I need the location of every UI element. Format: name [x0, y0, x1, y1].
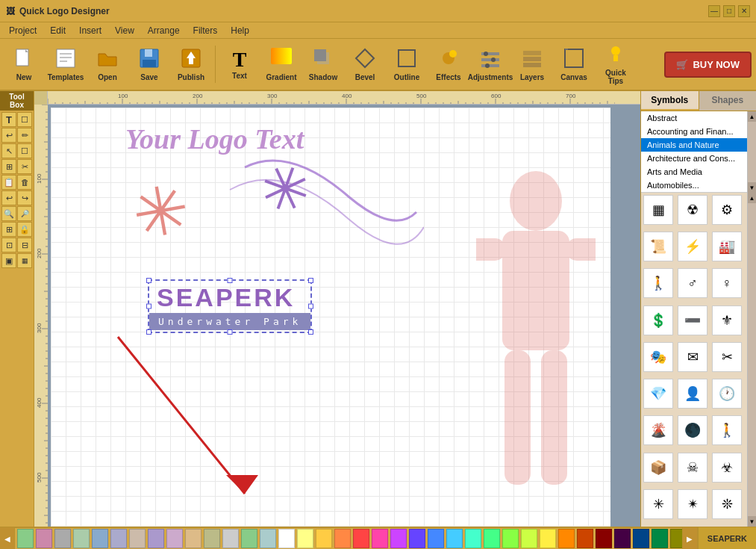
color-swatch[interactable] [241, 529, 257, 548]
tab-shapes[interactable]: Shapes [699, 91, 757, 111]
color-swatch[interactable] [409, 529, 425, 548]
delete-tool[interactable]: 🗑 [17, 175, 32, 190]
cat-animals[interactable]: Animals and Nature [641, 138, 747, 152]
color-swatch[interactable] [54, 529, 71, 548]
cat-accounting[interactable]: Accounting and Finan... [641, 125, 747, 138]
pen-tool[interactable]: ✏ [17, 128, 32, 143]
symbol-moon[interactable]: 🌑 [678, 415, 707, 445]
menu-view[interactable]: View [109, 24, 140, 37]
color-swatch[interactable] [614, 529, 631, 548]
symbol-dollar[interactable]: 💲 [643, 305, 673, 335]
color-swatch[interactable] [372, 529, 388, 548]
toolbar-new[interactable]: New [4, 41, 43, 87]
toolbar-open[interactable]: Open [88, 41, 127, 87]
menu-arrange[interactable]: Arrange [142, 24, 186, 37]
color-swatch[interactable] [446, 529, 463, 548]
menu-edit[interactable]: Edit [44, 24, 72, 37]
color-swatch[interactable] [353, 529, 369, 548]
color-swatch[interactable] [521, 529, 537, 548]
color-swatch[interactable] [36, 529, 52, 548]
color-swatch[interactable] [166, 529, 183, 548]
toolbar-quick_tips[interactable]: Quick Tips [596, 41, 635, 87]
color-swatch[interactable] [129, 529, 146, 548]
toolbar-templates[interactable]: Templates [46, 41, 85, 87]
color-swatch[interactable] [596, 529, 612, 548]
align-tool[interactable]: ⊡ [1, 238, 16, 252]
symbol-diamond[interactable]: 💎 [643, 379, 673, 409]
color-swatch[interactable] [633, 529, 649, 548]
maximize-button[interactable]: □ [723, 5, 735, 17]
menu-help[interactable]: Help [225, 24, 255, 37]
symbol-checkerboard[interactable]: ▦ [643, 195, 673, 225]
color-swatch[interactable] [92, 529, 108, 548]
grid-tool[interactable]: ⊞ [1, 159, 16, 174]
zoom-in-tool[interactable]: 🔍 [1, 206, 16, 221]
palette-scroll-right[interactable]: ▶ [682, 527, 697, 549]
dist-tool[interactable]: ⊟ [17, 238, 32, 252]
color-swatch[interactable] [73, 529, 90, 548]
color-swatch[interactable] [502, 529, 519, 548]
symbol-clock[interactable]: 🕐 [712, 379, 742, 409]
cat-abstract[interactable]: Abstract [641, 111, 747, 125]
menu-project[interactable]: Project [3, 24, 43, 37]
color-swatch[interactable] [670, 529, 682, 548]
cat-scroll-down[interactable]: ▼ [748, 182, 756, 193]
group-tool[interactable]: ⊞ [1, 222, 16, 237]
symbol-female[interactable]: ♀ [712, 268, 742, 298]
buy-now-button[interactable]: 🛒 BUY NOW [664, 52, 752, 78]
symbol-walk[interactable]: 🚶 [712, 415, 742, 445]
toolbar-effects[interactable]: Effects [429, 41, 468, 87]
symbol-gear[interactable]: ⚙ [712, 195, 742, 225]
toolbar-bevel[interactable]: Bevel [346, 41, 384, 87]
symbol-minus[interactable]: ➖ [678, 305, 707, 335]
toolbar-canvas[interactable]: Canvas [554, 41, 593, 87]
color-swatch[interactable] [316, 529, 332, 548]
minimize-button[interactable]: — [708, 5, 720, 17]
toolbar-outline[interactable]: Outline [387, 41, 426, 87]
cat-arts[interactable]: Arts and Media [641, 165, 747, 179]
handle-tl[interactable] [146, 278, 151, 283]
redo-tool[interactable]: ↪ [17, 190, 32, 205]
symbol-mountain[interactable]: 🌋 [643, 415, 673, 445]
symbol-lightning[interactable]: ⚡ [678, 232, 707, 261]
palette-scroll-left[interactable]: ◀ [0, 527, 15, 549]
symbol-mask[interactable]: 🎭 [643, 342, 673, 372]
menu-filters[interactable]: Filters [187, 24, 224, 37]
symbol-star2[interactable]: ✴ [678, 489, 707, 519]
toolbar-text[interactable]: TText [220, 41, 259, 87]
cat-architecture[interactable]: Architecture and Cons... [641, 152, 747, 165]
color-swatch[interactable] [558, 529, 575, 548]
close-button[interactable]: ✕ [738, 5, 750, 17]
color-swatch[interactable] [297, 529, 313, 548]
palette-tool[interactable]: ▦ [17, 253, 32, 268]
symbol-factory[interactable]: 🏭 [712, 232, 742, 261]
scissors-tool[interactable]: ✂ [17, 159, 32, 174]
color-swatch[interactable] [278, 529, 295, 548]
symbol-fleur[interactable]: ⚜ [712, 305, 742, 335]
pointer-tool[interactable]: ↖ [1, 143, 16, 158]
toolbar-adjustments[interactable]: Adjustments [471, 41, 510, 87]
handle-tr[interactable] [308, 278, 313, 283]
color-swatch[interactable] [390, 529, 407, 548]
symbol-scroll[interactable]: 📜 [643, 232, 673, 261]
undo2-tool[interactable]: ↩ [1, 190, 16, 205]
handle-tc[interactable] [228, 278, 233, 283]
color-swatch[interactable] [260, 529, 276, 548]
symbol-radioactive[interactable]: ☢ [678, 195, 707, 225]
toolbar-publish[interactable]: Publish [172, 41, 210, 87]
toolbar-shadow[interactable]: Shadow [304, 41, 343, 87]
handle-ml[interactable] [146, 304, 151, 309]
symbol-person[interactable]: 🚶 [643, 268, 673, 298]
pattern-tool[interactable]: ▣ [1, 253, 16, 268]
toolbar-save[interactable]: Save [130, 41, 169, 87]
color-swatch[interactable] [428, 529, 444, 548]
symbol-envelope[interactable]: ✉ [678, 342, 707, 372]
design-canvas[interactable]: Your Logo Text ✳ ✳ [48, 105, 640, 527]
cat-automobiles[interactable]: Automobiles... [641, 179, 747, 192]
zoom-out-tool[interactable]: 🔎 [17, 206, 32, 221]
color-swatch[interactable] [17, 529, 34, 548]
handle-mr[interactable] [308, 304, 313, 309]
menu-insert[interactable]: Insert [73, 24, 107, 37]
sym-scroll-up[interactable]: ▲ [748, 193, 756, 203]
symbol-star1[interactable]: ✳ [643, 489, 673, 519]
